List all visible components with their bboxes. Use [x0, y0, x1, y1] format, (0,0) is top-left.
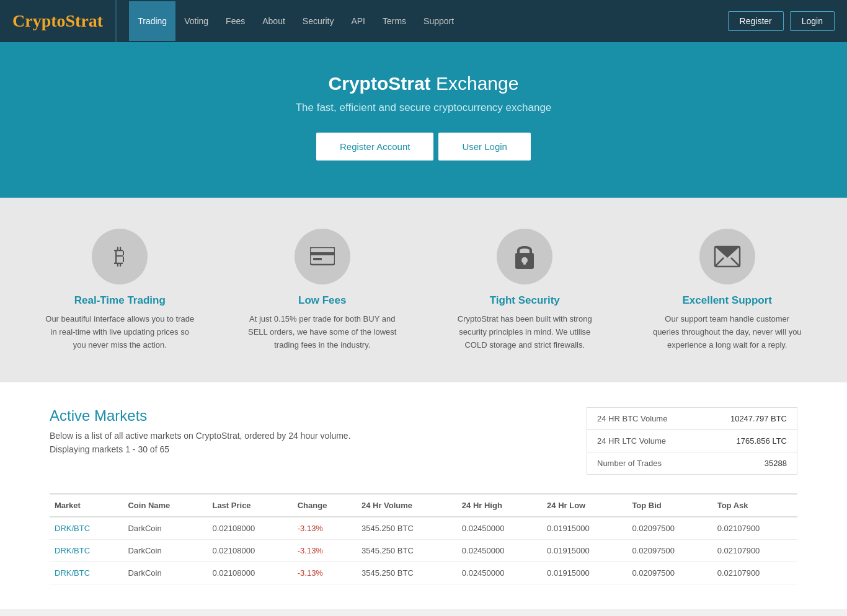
change-cell: -3.13% [293, 562, 357, 584]
bid-cell: 0.02097500 [627, 540, 712, 562]
navbar: CryptoStrat Trading Voting Fees About Se… [0, 0, 847, 42]
svg-rect-5 [523, 260, 526, 265]
nav-api[interactable]: API [342, 16, 374, 26]
col-top-bid: Top Bid [627, 494, 712, 517]
security-icon [497, 229, 552, 284]
brand-logo: CryptoStrat [12, 11, 103, 31]
login-button[interactable]: Login [790, 11, 835, 31]
user-login-button[interactable]: User Login [438, 133, 531, 161]
feature-support: Excellent Support Our support team handl… [653, 229, 802, 351]
register-button[interactable]: Register [728, 11, 784, 31]
coin-cell: DarkCoin [123, 562, 207, 584]
hero-title-rest: Exchange [431, 73, 519, 94]
stat-trades-value: 35288 [765, 459, 787, 468]
col-last-price: Last Price [207, 494, 292, 517]
trading-icon: ₿ [92, 229, 148, 284]
stat-btc-label: 24 HR BTC Volume [597, 414, 667, 423]
market-cell[interactable]: DRK/BTC [50, 562, 123, 584]
bid-cell: 0.02097500 [627, 562, 712, 584]
feature-fees-title: Low Fees [248, 294, 397, 307]
svg-rect-1 [310, 252, 335, 255]
hero-title: CryptoStrat Exchange [12, 73, 835, 94]
feature-security: Tight Security CryptoStrat has been buil… [450, 229, 599, 351]
high-cell: 0.02450000 [457, 562, 542, 584]
nav-trading[interactable]: Trading [129, 1, 175, 41]
markets-table: Market Coin Name Last Price Change 24 Hr… [50, 493, 797, 584]
ask-cell: 0.02107900 [712, 562, 797, 584]
col-24hr-volume: 24 Hr Volume [357, 494, 457, 517]
hero-title-bold: CryptoStrat [329, 73, 431, 94]
register-account-button[interactable]: Register Account [316, 133, 433, 161]
col-change: Change [293, 494, 357, 517]
table-row: DRK/BTC DarkCoin 0.02108000 -3.13% 3545.… [50, 562, 797, 584]
ask-cell: 0.02107900 [712, 517, 797, 540]
col-top-ask: Top Ask [712, 494, 797, 517]
nav-security[interactable]: Security [294, 16, 343, 26]
nav-divider [115, 0, 117, 42]
nav-links: Trading Voting Fees About Security API T… [123, 1, 727, 41]
high-cell: 0.02450000 [457, 517, 542, 540]
bid-cell: 0.02097500 [627, 517, 712, 540]
markets-title: Active Markets [50, 407, 562, 425]
feature-fees: Low Fees At just 0.15% per trade for bot… [248, 229, 397, 351]
markets-desc2: Displaying markets 1 - 30 of 65 [50, 444, 562, 454]
markets-stats: 24 HR BTC Volume 10247.797 BTC 24 HR LTC… [587, 407, 797, 475]
nav-fees[interactable]: Fees [217, 16, 254, 26]
low-cell: 0.01915000 [542, 540, 627, 562]
markets-desc1: Below is a list of all active markets on… [50, 431, 562, 441]
svg-line-8 [731, 258, 740, 266]
col-coin: Coin Name [123, 494, 207, 517]
feature-trading-desc: Our beautiful interface allows you to tr… [45, 313, 194, 351]
hero-cta-buttons: Register Account User Login [12, 133, 835, 161]
nav-auth-buttons: Register Login [728, 11, 835, 31]
change-cell: -3.13% [293, 540, 357, 562]
ask-cell: 0.02107900 [712, 540, 797, 562]
last-price-cell: 0.02108000 [207, 562, 292, 584]
feature-support-desc: Our support team handle customer queries… [653, 313, 802, 351]
table-row: DRK/BTC DarkCoin 0.02108000 -3.13% 3545.… [50, 517, 797, 540]
table-header-row: Market Coin Name Last Price Change 24 Hr… [50, 494, 797, 517]
svg-rect-0 [310, 247, 335, 265]
stat-btc-volume: 24 HR BTC Volume 10247.797 BTC [587, 408, 797, 430]
coin-cell: DarkCoin [123, 517, 207, 540]
feature-security-desc: CryptoStrat has been built with strong s… [450, 313, 599, 351]
nav-support[interactable]: Support [415, 16, 463, 26]
change-cell: -3.13% [293, 517, 357, 540]
fees-icon [295, 229, 350, 284]
main-content: Active Markets Below is a list of all ac… [0, 382, 847, 609]
volume-cell: 3545.250 BTC [357, 562, 457, 584]
table-row: DRK/BTC DarkCoin 0.02108000 -3.13% 3545.… [50, 540, 797, 562]
svg-line-7 [715, 258, 724, 266]
col-24hr-low: 24 Hr Low [542, 494, 627, 517]
feature-trading-title: Real-Time Trading [45, 294, 194, 307]
low-cell: 0.01915000 [542, 562, 627, 584]
feature-fees-desc: At just 0.15% per trade for both BUY and… [248, 313, 397, 351]
nav-terms[interactable]: Terms [374, 16, 415, 26]
features-section: ₿ Real-Time Trading Our beautiful interf… [0, 198, 847, 382]
stat-ltc-label: 24 HR LTC Volume [597, 436, 666, 446]
coin-cell: DarkCoin [123, 540, 207, 562]
stat-trades: Number of Trades 35288 [587, 452, 797, 474]
stat-trades-label: Number of Trades [597, 459, 662, 468]
stat-ltc-value: 1765.856 LTC [737, 436, 787, 446]
col-24hr-high: 24 Hr High [457, 494, 542, 517]
volume-cell: 3545.250 BTC [357, 540, 457, 562]
stat-btc-value: 10247.797 BTC [730, 414, 787, 423]
support-icon [699, 229, 755, 284]
markets-header: Active Markets Below is a list of all ac… [50, 407, 797, 475]
markets-left: Active Markets Below is a list of all ac… [50, 407, 562, 458]
market-cell[interactable]: DRK/BTC [50, 517, 123, 540]
last-price-cell: 0.02108000 [207, 517, 292, 540]
nav-about[interactable]: About [254, 16, 294, 26]
volume-cell: 3545.250 BTC [357, 517, 457, 540]
feature-support-title: Excellent Support [653, 294, 802, 307]
feature-trading: ₿ Real-Time Trading Our beautiful interf… [45, 229, 194, 351]
nav-voting[interactable]: Voting [175, 16, 217, 26]
col-market: Market [50, 494, 123, 517]
market-cell[interactable]: DRK/BTC [50, 540, 123, 562]
low-cell: 0.01915000 [542, 517, 627, 540]
feature-security-title: Tight Security [450, 294, 599, 307]
last-price-cell: 0.02108000 [207, 540, 292, 562]
high-cell: 0.02450000 [457, 540, 542, 562]
stat-ltc-volume: 24 HR LTC Volume 1765.856 LTC [587, 430, 797, 452]
